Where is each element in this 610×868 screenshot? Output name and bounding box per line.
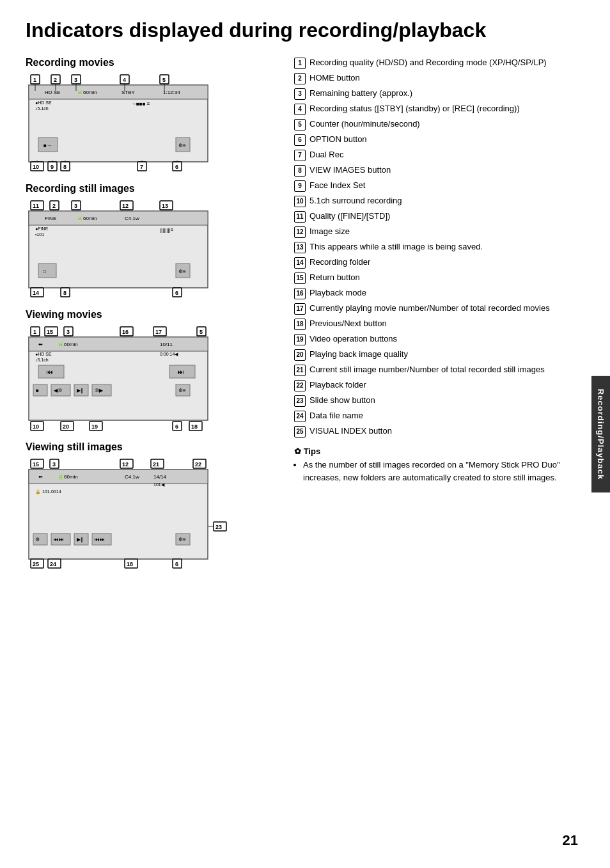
- svg-text:19: 19: [91, 423, 98, 430]
- svg-text:⏮: ⏮: [47, 368, 53, 375]
- svg-text:23: 23: [215, 524, 222, 530]
- svg-text:13: 13: [162, 203, 168, 209]
- indicator-num-badge: 14: [294, 257, 306, 269]
- svg-text:10: 10: [33, 423, 39, 430]
- svg-text:🔋60min: 🔋60min: [58, 473, 78, 480]
- svg-text:18: 18: [191, 423, 198, 430]
- indicator-num-badge: 23: [294, 395, 306, 407]
- indicator-num-badge: 22: [294, 380, 306, 391]
- svg-text:•101: •101: [35, 232, 44, 237]
- svg-text:12: 12: [122, 203, 129, 209]
- diagram-viewing-still: ⬅ 🔋60min C4.1w 14/14 101◀ 🔒 101-0014 ⚙ ⏮…: [26, 458, 243, 570]
- svg-text:FINE: FINE: [45, 216, 56, 221]
- svg-text:🔋60min: 🔋60min: [58, 341, 78, 347]
- svg-text:6: 6: [175, 290, 178, 296]
- indicator-text: Slide show button: [309, 395, 375, 406]
- indicator-item: 20Playing back image quality: [294, 349, 584, 361]
- svg-text:6: 6: [175, 423, 178, 430]
- svg-text:3: 3: [74, 203, 77, 209]
- svg-text:■: ■: [36, 388, 39, 393]
- indicator-num-badge: 25: [294, 426, 306, 438]
- svg-text:♪5.1ch: ♪5.1ch: [35, 106, 49, 111]
- indicator-text: Currently playing movie number/Number of…: [309, 303, 550, 314]
- svg-text:●FINE: ●FINE: [35, 226, 49, 231]
- svg-text:||||||||≡: ||||||||≡: [160, 227, 174, 233]
- svg-text:10: 10: [33, 164, 39, 170]
- indicator-item: 22Playback folder: [294, 379, 584, 391]
- indicator-text: Video operation buttons: [309, 333, 397, 345]
- svg-text:6: 6: [175, 561, 178, 567]
- section-viewing-movies: Viewing movies: [26, 309, 281, 320]
- svg-text:STBY: STBY: [121, 90, 136, 95]
- svg-text:⑩▶: ⑩▶: [95, 388, 104, 393]
- page-number: 21: [563, 832, 578, 849]
- svg-text:21: 21: [153, 461, 159, 468]
- svg-text:5: 5: [199, 329, 203, 335]
- indicator-item: 6OPTION button: [294, 134, 584, 146]
- indicator-num-badge: 16: [294, 288, 306, 299]
- svg-text:C4.1w: C4.1w: [125, 474, 139, 480]
- indicator-text: Recording quality (HD/SD) and Recording …: [309, 57, 547, 68]
- indicator-item: 14Recording folder: [294, 256, 584, 269]
- svg-text:♪5.1ch: ♪5.1ch: [35, 358, 49, 362]
- diagram-recording-still: FINE 🔋60min C4.1w ●FINE •101 ||||||||≡ □…: [26, 200, 243, 299]
- indicator-text: Previous/Next button: [309, 318, 387, 329]
- indicator-num-badge: 18: [294, 319, 306, 330]
- svg-text:🔋60min: 🔋60min: [77, 89, 97, 95]
- svg-text:HD SE: HD SE: [45, 90, 60, 95]
- svg-text:7: 7: [140, 164, 143, 170]
- indicator-num-badge: 4: [294, 104, 306, 115]
- svg-text:0:00:14◀: 0:00:14◀: [160, 352, 178, 356]
- indicator-text: OPTION button: [309, 134, 367, 145]
- svg-text:⏭: ⏭: [178, 368, 184, 375]
- indicator-text: VISUAL INDEX button: [309, 425, 392, 437]
- svg-text:⏮⏭: ⏮⏭: [54, 537, 64, 542]
- svg-text:●HD SE: ●HD SE: [35, 100, 52, 105]
- indicator-item: 25VISUAL INDEX button: [294, 425, 584, 438]
- svg-text:14: 14: [33, 290, 39, 296]
- section-recording-movies: Recording movies: [26, 57, 281, 68]
- indicator-item: 13This appears while a still image is be…: [294, 241, 584, 253]
- indicator-text: HOME button: [309, 72, 360, 84]
- indicator-item: 11Quality ([FINE]/[STD]): [294, 210, 584, 223]
- indicator-text: Remaining battery (approx.): [309, 88, 412, 99]
- svg-text:●HD SE: ●HD SE: [35, 352, 52, 356]
- indicator-num-badge: 20: [294, 349, 306, 361]
- svg-text:□: □: [43, 269, 46, 274]
- svg-text:3: 3: [52, 461, 56, 468]
- svg-text:C4.1w: C4.1w: [125, 216, 139, 221]
- svg-text:⬅: ⬅: [38, 474, 43, 480]
- indicator-item: 4Recording status ([STBY] (standby) or […: [294, 103, 584, 115]
- svg-text:6: 6: [175, 164, 178, 170]
- indicator-text: Current still image number/Number of tot…: [309, 364, 545, 375]
- tips-section: ✿ Tips As the number of still images rec…: [294, 446, 584, 484]
- indicator-item: 17Currently playing movie number/Number …: [294, 303, 584, 315]
- indicator-text: Data file name: [309, 410, 363, 422]
- indicator-item: 19Video operation buttons: [294, 333, 584, 345]
- svg-text:5: 5: [162, 77, 166, 83]
- indicator-num-badge: 10: [294, 196, 306, 207]
- indicator-text: This appears while a still image is bein…: [309, 241, 483, 253]
- indicator-item: 1Recording quality (HD/SD) and Recording…: [294, 57, 584, 69]
- indicator-text: VIEW IMAGES button: [309, 164, 391, 176]
- indicator-item: 8VIEW IMAGES button: [294, 164, 584, 177]
- svg-text:11: 11: [33, 203, 39, 209]
- indicator-num-badge: 5: [294, 119, 306, 130]
- svg-text:8: 8: [63, 290, 66, 296]
- indicator-list: 1Recording quality (HD/SD) and Recording…: [294, 57, 584, 438]
- svg-text:⚙≡: ⚙≡: [178, 143, 186, 148]
- svg-text:3: 3: [66, 329, 70, 335]
- indicator-text: Quality ([FINE]/[STD]): [309, 210, 390, 222]
- diagram-recording-movies: HD SE 🔋60min STBY 1:12:34 ●HD SE ♪5.1ch …: [26, 74, 243, 173]
- indicator-text: Counter (hour/minute/second): [309, 118, 420, 130]
- svg-text:⏮⏭: ⏮⏭: [95, 537, 105, 542]
- indicator-item: 15Return button: [294, 272, 584, 284]
- svg-text:3: 3: [74, 77, 77, 83]
- indicator-text: Playing back image quality: [309, 349, 408, 360]
- tips-icon: ✿: [294, 446, 301, 456]
- svg-text:⚙: ⚙: [35, 537, 40, 542]
- svg-text:▶‖: ▶‖: [77, 388, 83, 393]
- indicator-text: Face Index Set: [309, 180, 365, 191]
- svg-text:20: 20: [63, 423, 69, 430]
- svg-rect-116: [29, 470, 208, 484]
